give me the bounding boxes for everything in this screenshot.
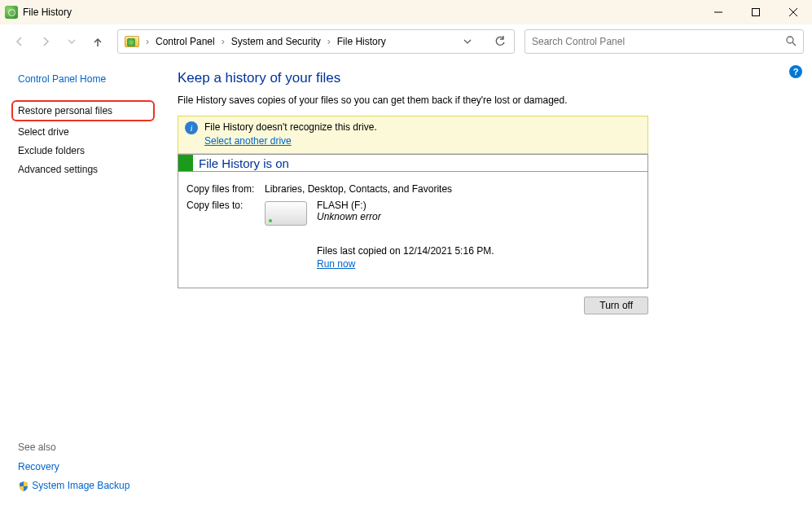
page-heading: Keep a history of your files (178, 70, 789, 86)
app-icon (5, 6, 18, 19)
warning-text: File History doesn't recognize this driv… (204, 121, 377, 133)
select-another-drive-link[interactable]: Select another drive (204, 135, 377, 147)
copy-from-label: Copy files from: (187, 183, 265, 195)
search-input[interactable] (532, 36, 785, 47)
title-bar: File History (0, 0, 812, 24)
up-button[interactable] (86, 30, 109, 53)
sidebar-advanced-settings[interactable]: Advanced settings (18, 164, 155, 175)
copy-to-label: Copy files to: (187, 200, 265, 270)
copy-from-value: Libraries, Desktop, Contacts, and Favori… (265, 183, 452, 195)
drive-icon (265, 201, 307, 226)
sidebar-system-image-backup[interactable]: System Image Backup (18, 480, 155, 492)
last-copied-text: Files last copied on 12/14/2021 5:16 PM. (317, 245, 494, 257)
recent-dropdown[interactable] (60, 30, 83, 53)
sidebar-exclude-folders[interactable]: Exclude folders (18, 145, 155, 156)
chevron-right-icon[interactable]: › (218, 30, 228, 53)
sidebar-restore-personal-files[interactable]: Restore personal files (18, 105, 147, 116)
search-box[interactable] (525, 29, 804, 54)
close-button[interactable] (775, 0, 812, 24)
window-title: File History (23, 7, 72, 18)
navigation-bar: › Control Panel › System and Security › … (0, 24, 812, 59)
turn-off-button[interactable]: Turn off (584, 297, 648, 314)
drive-error: Unknown error (317, 211, 494, 222)
main-panel: ? Keep a history of your files File Hist… (163, 59, 812, 514)
page-description: File History saves copies of your files … (178, 94, 789, 106)
refresh-button[interactable] (491, 30, 509, 53)
status-header: File History is on (178, 154, 647, 172)
see-also-heading: See also (18, 442, 155, 453)
chevron-right-icon[interactable]: › (324, 30, 334, 53)
address-bar[interactable]: › Control Panel › System and Security › … (117, 29, 515, 54)
address-icon[interactable] (121, 30, 143, 53)
status-box: File History is on Copy files from: Libr… (178, 154, 648, 288)
highlight-restore-personal-files: Restore personal files (11, 100, 155, 121)
sidebar: Control Panel Home Restore personal file… (0, 59, 163, 514)
help-icon[interactable]: ? (789, 65, 802, 78)
chevron-right-icon[interactable]: › (143, 30, 152, 53)
svg-rect-1 (753, 9, 760, 16)
breadcrumb-system-security[interactable]: System and Security (228, 30, 324, 53)
warning-box: i File History doesn't recognize this dr… (178, 116, 648, 154)
window-controls (700, 0, 812, 24)
breadcrumb-file-history[interactable]: File History (334, 30, 389, 53)
run-now-link[interactable]: Run now (317, 258, 494, 270)
search-icon[interactable] (785, 35, 797, 49)
breadcrumb-control-panel[interactable]: Control Panel (152, 30, 218, 53)
forward-button[interactable] (34, 30, 57, 53)
back-button[interactable] (8, 30, 31, 53)
maximize-button[interactable] (737, 0, 775, 24)
drive-name: FLASH (F:) (317, 200, 494, 211)
address-dropdown[interactable] (459, 30, 476, 53)
status-title: File History is on (199, 156, 289, 170)
minimize-button[interactable] (700, 0, 737, 24)
svg-line-6 (792, 42, 796, 46)
sidebar-recovery[interactable]: Recovery (18, 461, 155, 472)
shield-icon (18, 481, 29, 492)
sidebar-control-panel-home[interactable]: Control Panel Home (18, 73, 155, 85)
status-indicator-icon (178, 155, 193, 171)
svg-point-5 (787, 37, 793, 43)
content-area: Control Panel Home Restore personal file… (0, 59, 812, 514)
sidebar-item-label: System Image Backup (32, 480, 129, 491)
info-icon: i (185, 121, 198, 134)
folder-icon (125, 36, 139, 47)
sidebar-select-drive[interactable]: Select drive (18, 126, 155, 138)
